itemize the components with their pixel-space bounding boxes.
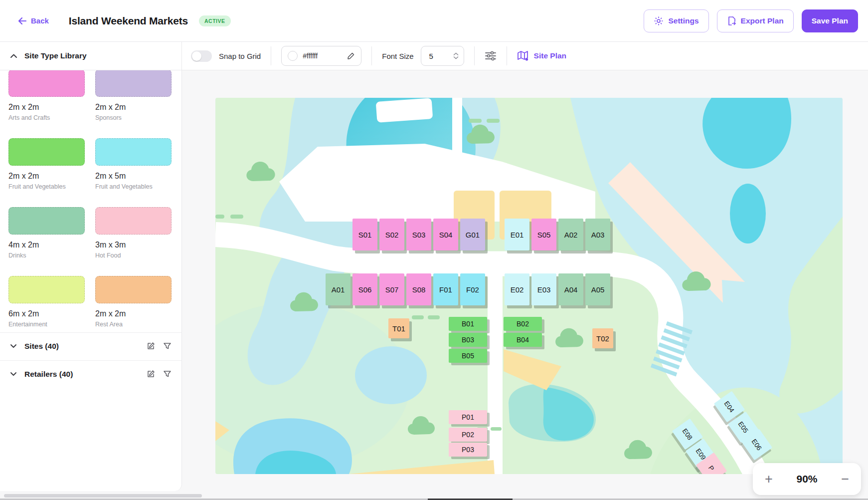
pencil-icon[interactable] [347,52,355,60]
site-box-s07[interactable]: S07 [379,273,404,305]
label-color-field[interactable]: #ffffff [281,46,361,66]
site-type-card-7[interactable]: 2m x 2mRest Area [95,276,172,328]
site-type-card-0[interactable]: 2m x 2mArts and Crafts [8,69,85,121]
export-plan-button[interactable]: Export Plan [717,9,794,32]
site-type-swatch[interactable] [8,276,85,303]
file-export-icon [727,16,736,26]
map-icon [517,50,529,61]
font-size-value: 5 [429,52,450,60]
site-box-s04[interactable]: S04 [433,219,458,250]
chevron-down-icon [10,344,17,348]
site-type-swatch[interactable] [95,69,172,97]
site-type-swatch[interactable] [95,138,172,166]
settings-button[interactable]: Settings [644,9,708,32]
site-type-category: Rest Area [95,321,172,328]
site-box-b04[interactable]: B04 [504,333,542,347]
site-box-a02[interactable]: A02 [558,219,583,250]
site-type-swatch[interactable] [8,138,85,166]
site-type-card-5[interactable]: 3m x 3mHot Food [95,207,172,259]
site-type-card-4[interactable]: 4m x 2mDrinks [8,207,85,259]
sites-section-label: Sites (40) [24,342,139,351]
zoom-out-button[interactable]: − [841,473,849,486]
back-button[interactable]: Back [18,16,49,25]
site-box-s03[interactable]: S03 [406,219,431,250]
filter-icon[interactable] [163,342,172,350]
site-box-a04[interactable]: A04 [558,273,583,305]
edit-icon[interactable] [147,342,155,350]
sidebar-section-retailers[interactable]: Retailers (40) [0,360,181,388]
site-type-size: 2m x 5m [95,172,172,181]
font-size-label: Font Size [382,52,413,60]
chevron-up-icon[interactable] [10,53,17,58]
site-type-swatch[interactable] [95,207,172,235]
site-type-category: Sponsors [95,114,172,121]
site-plan-tab[interactable]: Site Plan [517,50,566,61]
site-type-swatch[interactable] [95,276,172,303]
site-box-b02[interactable]: B02 [504,317,542,331]
adjustments-sliders-icon[interactable] [485,50,497,61]
toolbar: Site Type Library Snap to Grid #ffffff F… [0,42,868,70]
filter-icon[interactable] [163,370,172,378]
site-box-e01[interactable]: E01 [505,219,529,250]
site-box-a01[interactable]: A01 [326,273,350,305]
site-box-t01[interactable]: T01 [388,318,409,338]
site-box-b03[interactable]: B03 [449,333,487,347]
site-plan-label: Site Plan [534,51,566,60]
site-box-a05[interactable]: A05 [585,273,610,305]
save-plan-label: Save Plan [812,16,848,25]
chevron-up-small-icon [453,52,459,55]
site-type-category: Entertainment [8,321,85,328]
site-box-p02[interactable]: P02 [449,428,487,442]
site-box-e03[interactable]: E03 [531,273,556,305]
site-box-s01[interactable]: S01 [352,219,377,250]
sidebar-section-sites[interactable]: Sites (40) [0,332,181,360]
zoom-control: + 90% − [753,463,861,495]
chevron-down-icon [10,372,17,376]
site-layer: S01S02S03S04G01E01S05A02A03A01S06S07S08F… [215,98,843,474]
gear-icon [654,16,664,26]
arrow-left-icon [18,17,27,25]
font-size-stepper[interactable]: 5 [421,46,464,66]
site-type-size: 3m x 3m [95,241,172,250]
site-type-card-6[interactable]: 6m x 2mEntertainment [8,276,85,328]
color-swatch-dot [288,51,298,61]
library-title: Site Type Library [24,51,87,60]
site-box-g01[interactable]: G01 [460,219,485,250]
chevron-down-small-icon [453,56,459,59]
site-box-p01[interactable]: P01 [449,410,487,424]
site-box-e02[interactable]: E02 [505,273,529,305]
site-plan-map[interactable]: S01S02S03S04G01E01S05A02A03A01S06S07S08F… [215,98,843,474]
site-box-p03[interactable]: P03 [449,443,487,457]
site-type-category: Fruit and Vegetables [8,183,85,190]
site-type-size: 2m x 2m [8,172,85,181]
site-type-swatch[interactable] [8,207,85,235]
site-type-swatch[interactable] [8,69,85,97]
site-box-b01[interactable]: B01 [449,317,487,331]
site-type-size: 4m x 2m [8,241,85,250]
site-box-a03[interactable]: A03 [585,219,610,250]
site-type-card-1[interactable]: 2m x 2mSponsors [95,69,172,121]
site-box-s05[interactable]: S05 [531,219,556,250]
site-type-card-2[interactable]: 2m x 2mFruit and Vegetables [8,138,85,190]
back-label: Back [31,16,49,25]
plan-canvas[interactable]: S01S02S03S04G01E01S05A02A03A01S06S07S08F… [182,70,868,500]
site-box-s06[interactable]: S06 [352,273,377,305]
snap-to-grid-label: Snap to Grid [219,52,261,60]
zoom-in-button[interactable]: + [765,473,773,486]
site-box-f01[interactable]: F01 [433,273,458,305]
site-type-category: Fruit and Vegetables [95,183,172,190]
color-value: #ffffff [303,52,342,60]
site-type-grid: 2m x 2mArts and Crafts2m x 2mSponsors2m … [8,69,173,328]
edit-icon[interactable] [147,370,155,378]
sidebar-horizontal-scrollbar[interactable] [4,494,202,498]
save-plan-button[interactable]: Save Plan [802,9,858,32]
site-box-s02[interactable]: S02 [379,219,404,250]
site-box-s08[interactable]: S08 [406,273,431,305]
snap-to-grid-toggle[interactable] [191,50,212,62]
site-box-b05[interactable]: B05 [449,349,487,363]
site-box-f02[interactable]: F02 [460,273,485,305]
site-type-size: 2m x 2m [95,103,172,112]
site-box-t02[interactable]: T02 [592,328,613,348]
export-plan-label: Export Plan [741,16,784,25]
site-type-card-3[interactable]: 2m x 5mFruit and Vegetables [95,138,172,190]
